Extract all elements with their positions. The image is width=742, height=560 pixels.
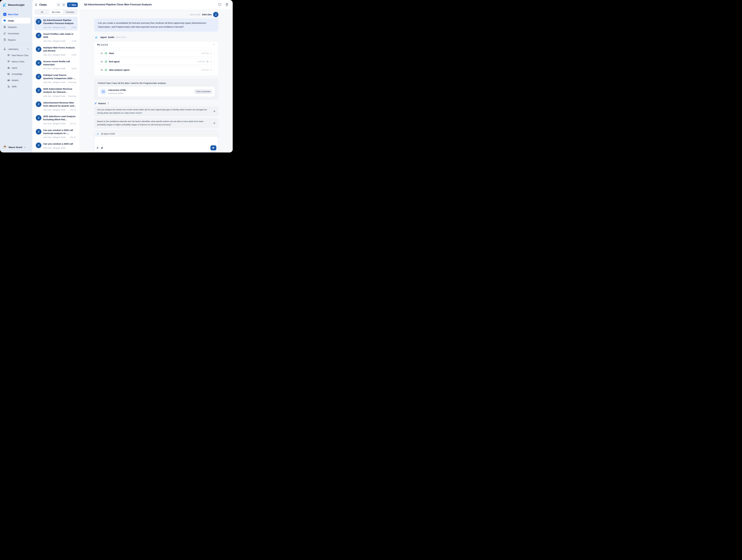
chat-list-item[interactable]: J Can you conduct a 2025 call transcript… [34, 126, 78, 141]
agent-result-card: Perfect! Now I have all the data I need … [94, 79, 218, 100]
sidebar-item-label: Manus Chats [12, 60, 24, 63]
dot-separator: • [52, 81, 53, 84]
conversation-scroll[interactable]: Oct 8, 04:50 John Doe J Can you create a… [80, 9, 233, 152]
main-header: Q4 Advertisement Pipeline Close Won Fore… [80, 0, 233, 9]
doc-icon[interactable] [206, 60, 209, 63]
laboratory-subitems: New Manus Chat Manus Chats [2, 52, 31, 89]
sidebar-item-datasets[interactable]: Datasets [2, 24, 31, 30]
avatar: J [36, 33, 41, 38]
sidebar-item-skills[interactable]: Skills [6, 84, 31, 89]
chat-item-body: Can you conduct a 2025 call John Doe•@Ag… [43, 142, 76, 149]
mention-chip[interactable]: @ Agent Smith [101, 133, 115, 135]
chat-title: Can you conduct a 2025 call transcript a… [43, 129, 76, 135]
sidebar-item-chats[interactable]: Chats [2, 18, 31, 23]
refresh-icon[interactable] [107, 102, 109, 104]
chat-author: John Doe [43, 26, 52, 29]
run-card-header[interactable]: R1 1.1-1.3 [94, 41, 218, 48]
tab-favorites[interactable]: Favorites [63, 10, 77, 14]
sidebar-item-reports[interactable]: Reports [2, 37, 31, 43]
send-button[interactable] [210, 145, 216, 150]
chat-list-header: Chats [32, 0, 80, 9]
hashtag-icon[interactable]: # [97, 146, 98, 149]
chat-lines-icon [7, 60, 10, 63]
favorite-heart-icon[interactable] [218, 3, 221, 6]
step-row[interactable]: S3 data analysis agent 11:37:22 [98, 67, 214, 73]
chat-meta: John Doe•@Agent Smith 10:58 [43, 26, 76, 29]
dot-separator: • [52, 109, 53, 111]
chevron-down-icon [24, 146, 26, 148]
paperclip-icon[interactable] [101, 147, 103, 149]
step-row[interactable]: S1 Start 11:37:22 [98, 50, 214, 56]
chat-title: 2025 Salesforce Lead Analysis Excluding … [43, 115, 76, 121]
chat-author: John Doe [43, 136, 52, 138]
chat-time: 10:58 [70, 26, 76, 29]
related-suggestion[interactable]: Can you analyze the month-over-month tre… [94, 106, 218, 116]
chat-plus-icon [7, 54, 10, 57]
click-to-preview-button[interactable]: Click to preview [194, 89, 212, 94]
step-row[interactable]: S2 find agent 11:37:22 [98, 58, 214, 65]
message-input[interactable] [94, 137, 218, 145]
menu-icon[interactable] [35, 3, 38, 6]
agent-message-header: Agent Smith Oct 8, 04:51 [94, 35, 218, 40]
chat-list-item[interactable]: J HubSpot Lead Source Quarterly Comparis… [34, 71, 78, 85]
chat-author: John Doe [43, 95, 52, 97]
related-label: Related [98, 102, 106, 105]
chat-time: 20:48 [70, 67, 76, 70]
chat-agent: @Agent Smith [53, 40, 65, 42]
sidebar-item-agent[interactable]: Agent [6, 65, 31, 71]
sidebar-item-label: Skills [12, 85, 17, 88]
artifact-subtitle: Interactive artifact [108, 92, 192, 94]
check-circle-icon [105, 52, 107, 55]
sidebar-item-new-manus-chat[interactable]: New Manus Chat [6, 52, 31, 58]
avatar: J [213, 12, 218, 17]
agent-message-time: Oct 8, 04:51 [116, 36, 126, 38]
chat-list-item[interactable]: J Access recent Nvidia call transcripts … [34, 58, 78, 72]
refresh-button[interactable] [62, 3, 66, 7]
sidebar-item-label: Knowledge [12, 73, 22, 75]
artifact-title: Interactive HTML [108, 89, 192, 91]
search-button[interactable] [56, 3, 61, 7]
chat-list-item[interactable]: J HubSpot Web Forms Analysis and Review … [34, 44, 78, 58]
tab-all[interactable]: All [35, 10, 49, 14]
chat-item-body: Q4 Advertisement Pipeline CloseWon Forec… [43, 18, 76, 29]
result-text: Perfect! Now I have all the data I need … [98, 82, 215, 84]
sidebar-item-manus-chats[interactable]: Manus Chats [6, 59, 31, 64]
chevron-down-icon[interactable] [27, 48, 29, 50]
chat-list-item[interactable]: J 2025 Subscription Revenue Analysis for… [34, 85, 78, 99]
sidebar-item-connectors[interactable]: Connectors [2, 31, 31, 36]
sidebar-item-label: Datasets [8, 26, 17, 29]
robot-icon [7, 66, 10, 69]
chat-title: Can you conduct a 2025 call [43, 142, 76, 145]
delete-trash-icon[interactable] [225, 3, 228, 6]
related-suggestion[interactable]: Based on the confidence intervals and ri… [94, 118, 218, 128]
content-area: Chats [32, 0, 233, 152]
chat-time: Yesterday [67, 95, 76, 97]
agent-avatar [96, 132, 100, 136]
chat-list-item[interactable]: J Advertisement Revenue Won from Inbound… [34, 99, 78, 113]
avatar: J [36, 19, 41, 24]
chat-list-items: J Q4 Advertisement Pipeline CloseWon For… [32, 16, 80, 152]
chat-agent: @Agent Smith [53, 26, 65, 29]
user-menu[interactable]: Mauro Sicard [0, 143, 32, 152]
chat-meta: John Doe•@Agent Smith Yesterday [43, 95, 76, 97]
chat-meta: John Doe•@Agent Smith Oct 24. [43, 109, 76, 111]
new-chat-button[interactable]: New [67, 3, 78, 7]
run-title: R1 1.1-1.3 [97, 43, 108, 46]
refresh-icon [63, 4, 65, 6]
sidebar-item-models[interactable]: Models [6, 78, 31, 83]
artifact-card[interactable]: Interactive HTML Interactive artifact Cl… [98, 87, 215, 97]
chat-list-item[interactable]: J 2025 Salesforce Lead Analysis Excludin… [34, 113, 78, 126]
avatar: J [36, 46, 41, 52]
sidebar-item-new-chat[interactable]: New Chat [2, 11, 31, 17]
chat-list-item[interactable]: J Count Fireflies calls made in 2025 Joh… [34, 31, 78, 44]
chat-list-item[interactable]: J Q4 Advertisement Pipeline CloseWon For… [34, 17, 78, 31]
sidebar-item-knowledge[interactable]: Knowledge [6, 71, 31, 77]
chat-item-body: HubSpot Lead Source Quarterly Comparison… [43, 73, 76, 84]
sparkle-icon [94, 102, 97, 105]
dot-separator: • [52, 26, 53, 29]
chat-list-item[interactable]: J Can you conduct a 2025 call John Doe•@… [34, 140, 78, 151]
chat-item-body: Advertisement Revenue Won from Inbound b… [43, 101, 76, 111]
tab-my-chats[interactable]: My Chats [49, 10, 63, 14]
sidebar-item-laboratory[interactable]: Laboratory [2, 46, 31, 52]
chat-title: Access recent Nvidia call transcripts [43, 60, 76, 66]
